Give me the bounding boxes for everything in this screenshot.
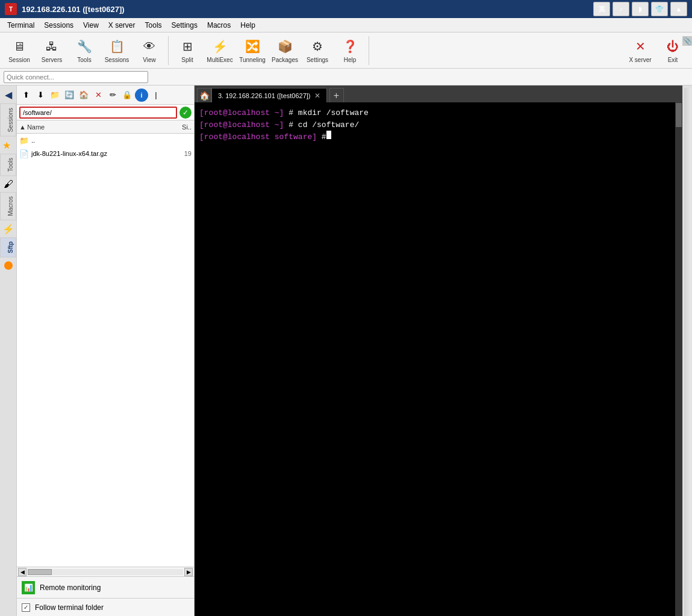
- toolbar-settings-btn[interactable]: ⚙ Settings: [302, 35, 333, 66]
- toolbar-sep2: [369, 36, 369, 65]
- terminal-scrollbar-thumb[interactable]: [676, 103, 682, 127]
- menu-tools[interactable]: Tools: [140, 20, 167, 31]
- sftp-upload-btn[interactable]: ⬆: [19, 89, 33, 102]
- terminal-screen[interactable]: [root@localhost ~] # mkdir /software [ro…: [195, 102, 682, 616]
- terminal-line-2: [root@localhost ~] # cd /software/: [199, 119, 678, 131]
- menu-terminal[interactable]: Terminal: [2, 20, 39, 31]
- toolbar-help-btn[interactable]: ❓ Help: [334, 35, 366, 66]
- toolbar-session-btn[interactable]: 🖥 Session: [4, 35, 35, 66]
- terminal-area: 🏠 3. 192.168.226.101 ([test0627]) ✕ + [r…: [195, 86, 682, 616]
- toolbar-packages-label: Packages: [272, 57, 298, 63]
- terminal-scrollbar[interactable]: [675, 102, 682, 616]
- scroll-right-btn[interactable]: ▶: [184, 568, 193, 576]
- menu-bar: Terminal Sessions View X server Tools Se…: [0, 18, 692, 33]
- terminal-home-btn[interactable]: 🏠: [197, 88, 211, 102]
- terminal-cmd-3: #: [317, 131, 326, 143]
- menu-settings[interactable]: Settings: [167, 20, 202, 31]
- follow-terminal-checkbox[interactable]: [22, 603, 30, 612]
- toolbar-sessions-label: Sessions: [105, 57, 129, 63]
- toolbar: 🖥 Session 🖧 Servers 🔧 Tools 📋 Sessions 👁…: [0, 33, 692, 69]
- file-col-name-header[interactable]: ▲ Name: [19, 123, 167, 131]
- sessions-icon: 📋: [108, 37, 126, 55]
- sftp-refresh-btn[interactable]: 🔄: [63, 89, 76, 102]
- scroll-left-btn[interactable]: ◀: [18, 568, 26, 576]
- sftp-download-btn[interactable]: ⬇: [34, 89, 47, 102]
- sftp-delete-btn[interactable]: ✕: [92, 89, 105, 102]
- menu-view[interactable]: View: [78, 20, 104, 31]
- arrow-icon[interactable]: ▲: [670, 2, 687, 16]
- attach-icon[interactable]: 📎: [682, 36, 692, 46]
- lang-icon[interactable]: 英: [593, 2, 610, 16]
- terminal-cmd-2: # cd /software/: [284, 119, 359, 131]
- terminal-cursor: [326, 131, 331, 139]
- star-icon[interactable]: ★: [0, 137, 16, 154]
- file-item-dotdot[interactable]: 📁 ..: [17, 134, 194, 147]
- servers-icon: 🖧: [43, 37, 61, 55]
- new-tab-btn[interactable]: +: [329, 88, 344, 102]
- terminal-line-3: [root@localhost software] #: [199, 131, 678, 143]
- sftp-permissions-btn[interactable]: 🔒: [120, 89, 134, 102]
- terminal-prompt-1: [root@localhost ~]: [199, 107, 284, 119]
- toolbar-multiexec-label: MultiExec: [207, 57, 232, 63]
- file-list-header: ▲ Name Si..: [17, 120, 194, 134]
- quick-connect-input[interactable]: [4, 71, 148, 83]
- sidebar-item-tools[interactable]: Tools: [0, 154, 16, 176]
- toolbar-xserver-btn[interactable]: ✕ X server: [625, 35, 656, 66]
- paint-icon[interactable]: 🖌: [0, 176, 16, 192]
- remote-monitoring-btn[interactable]: 📊 Remote monitoring: [17, 576, 194, 598]
- sidebar-item-macros[interactable]: Macros: [0, 192, 16, 220]
- toolbar-session-label: Session: [8, 57, 30, 63]
- menu-sessions[interactable]: Sessions: [39, 20, 78, 31]
- sound-icon[interactable]: ♪: [613, 2, 629, 16]
- file-item-jdk[interactable]: 📄 jdk-8u221-linux-x64.tar.gz 19: [17, 147, 194, 160]
- sftp-scrollbar-horizontal[interactable]: ◀ ▶: [17, 567, 194, 576]
- toolbar-tunneling-btn[interactable]: 🔀 Tunneling: [237, 35, 268, 66]
- sftp-home-btn[interactable]: 🏠: [77, 89, 90, 102]
- sftp-rename-btn[interactable]: ✏: [106, 89, 119, 102]
- sftp-newfolder-btn[interactable]: 📁: [48, 89, 61, 102]
- file-col-size-header[interactable]: Si..: [167, 123, 192, 131]
- lightning-icon[interactable]: ⚡: [0, 221, 16, 237]
- toolbar-split-btn[interactable]: ⊞ Split: [172, 35, 203, 66]
- sftp-path-input[interactable]: [19, 107, 177, 119]
- toolbar-multiexec-btn[interactable]: ⚡ MultiExec: [204, 35, 235, 66]
- sftp-filter-btn[interactable]: |: [149, 89, 163, 102]
- file-item-size: 19: [167, 150, 192, 157]
- toolbar-view-btn[interactable]: 👁 View: [134, 35, 165, 66]
- main-content: ◀ Sessions ★ Tools 🖌 Macros ⚡ Sftp ⬆ ⬇ 📁…: [0, 86, 692, 616]
- toolbar-tunneling-label: Tunneling: [239, 57, 266, 63]
- shirt-icon[interactable]: 👕: [651, 2, 668, 16]
- help-icon: ❓: [341, 37, 359, 55]
- menu-help[interactable]: Help: [235, 20, 260, 31]
- file-icon: 📄: [19, 149, 29, 158]
- toolbar-split-label: Split: [181, 57, 193, 63]
- sftp-info-btn[interactable]: i: [135, 89, 148, 102]
- file-item-name: ..: [31, 137, 167, 144]
- toolbar-servers-btn[interactable]: 🖧 Servers: [36, 35, 67, 66]
- toolbar-servers-label: Servers: [42, 57, 62, 63]
- terminal-tab-active[interactable]: 3. 192.168.226.101 ([test0627]) ✕: [211, 88, 327, 102]
- toolbar-sep1: [168, 36, 169, 65]
- toolbar-packages-btn[interactable]: 📦 Packages: [269, 35, 301, 66]
- right-edge-bg: [684, 88, 691, 616]
- sidebar-item-sessions[interactable]: Sessions: [0, 104, 16, 137]
- follow-terminal-row: Follow terminal folder: [17, 598, 194, 616]
- split-icon: ⊞: [178, 37, 196, 55]
- tab-close-btn[interactable]: ✕: [314, 92, 320, 100]
- collapse-btn[interactable]: ◀: [2, 88, 15, 101]
- menu-xserver[interactable]: X server: [104, 20, 140, 31]
- sftp-path-ok-btn[interactable]: ✓: [179, 107, 192, 119]
- toolbar-tools-btn[interactable]: 🔧 Tools: [69, 35, 100, 66]
- tools-icon: 🔧: [75, 37, 93, 55]
- packages-icon: 📦: [276, 37, 294, 55]
- toolbar-sessions-btn[interactable]: 📋 Sessions: [101, 35, 132, 66]
- sidebar-item-sftp[interactable]: Sftp: [0, 237, 16, 257]
- moon-icon[interactable]: ◗: [632, 2, 649, 16]
- side-tabs: ◀ Sessions ★ Tools 🖌 Macros ⚡ Sftp: [0, 86, 17, 616]
- toolbar-view-label: View: [143, 57, 156, 63]
- right-edge: [682, 86, 692, 616]
- sftp-panel: ⬆ ⬇ 📁 🔄 🏠 ✕ ✏ 🔒 i | ✓ ▲ Name Si..: [17, 86, 195, 616]
- scroll-thumb[interactable]: [28, 569, 52, 575]
- menu-macros[interactable]: Macros: [202, 20, 235, 31]
- scroll-track[interactable]: [28, 569, 183, 575]
